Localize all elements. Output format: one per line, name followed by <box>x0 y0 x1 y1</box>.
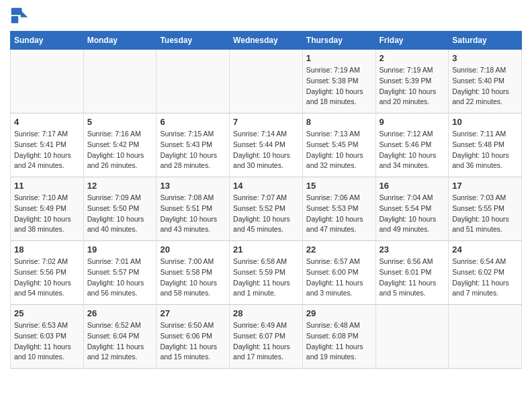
day-number: 27 <box>160 308 226 318</box>
day-info: Sunrise: 7:14 AM Sunset: 5:44 PM Dayligh… <box>233 129 299 171</box>
day-info: Sunrise: 7:07 AM Sunset: 5:52 PM Dayligh… <box>233 193 299 235</box>
day-info: Sunrise: 7:00 AM Sunset: 5:58 PM Dayligh… <box>160 257 226 299</box>
calendar-cell: 25Sunrise: 6:53 AM Sunset: 6:03 PM Dayli… <box>11 305 84 369</box>
day-number: 2 <box>380 53 445 63</box>
day-number: 9 <box>380 117 445 127</box>
calendar-week-row: 18Sunrise: 7:02 AM Sunset: 5:56 PM Dayli… <box>11 241 522 305</box>
calendar-cell: 11Sunrise: 7:10 AM Sunset: 5:49 PM Dayli… <box>11 177 84 241</box>
day-info: Sunrise: 7:10 AM Sunset: 5:49 PM Dayligh… <box>14 193 80 235</box>
day-info: Sunrise: 6:54 AM Sunset: 6:02 PM Dayligh… <box>452 257 518 299</box>
day-info: Sunrise: 7:11 AM Sunset: 5:48 PM Dayligh… <box>452 129 518 171</box>
day-number: 24 <box>452 244 518 255</box>
calendar-table: SundayMondayTuesdayWednesdayThursdayFrid… <box>10 31 522 369</box>
calendar-cell: 29Sunrise: 6:48 AM Sunset: 6:08 PM Dayli… <box>302 305 375 369</box>
day-info: Sunrise: 6:50 AM Sunset: 6:06 PM Dayligh… <box>160 320 226 363</box>
calendar-cell: 26Sunrise: 6:52 AM Sunset: 6:04 PM Dayli… <box>83 305 157 369</box>
day-number: 6 <box>160 117 226 127</box>
weekday-header-friday: Friday <box>375 32 449 50</box>
calendar-week-row: 4Sunrise: 7:17 AM Sunset: 5:41 PM Daylig… <box>11 113 522 177</box>
day-info: Sunrise: 7:02 AM Sunset: 5:56 PM Dayligh… <box>14 257 80 299</box>
calendar-week-row: 25Sunrise: 6:53 AM Sunset: 6:03 PM Dayli… <box>11 305 522 369</box>
day-number: 20 <box>160 244 226 255</box>
day-number: 28 <box>233 308 299 318</box>
calendar-cell: 19Sunrise: 7:01 AM Sunset: 5:57 PM Dayli… <box>83 241 157 305</box>
calendar-cell: 15Sunrise: 7:06 AM Sunset: 5:53 PM Dayli… <box>302 177 375 241</box>
calendar-cell: 27Sunrise: 6:50 AM Sunset: 6:06 PM Dayli… <box>157 305 230 369</box>
day-info: Sunrise: 7:17 AM Sunset: 5:41 PM Dayligh… <box>14 129 80 171</box>
day-info: Sunrise: 6:49 AM Sunset: 6:07 PM Dayligh… <box>233 320 299 363</box>
calendar-cell: 18Sunrise: 7:02 AM Sunset: 5:56 PM Dayli… <box>11 241 84 305</box>
day-info: Sunrise: 6:53 AM Sunset: 6:03 PM Dayligh… <box>14 320 80 363</box>
weekday-header-tuesday: Tuesday <box>157 32 230 50</box>
calendar-cell: 24Sunrise: 6:54 AM Sunset: 6:02 PM Dayli… <box>449 241 522 305</box>
day-number: 21 <box>233 244 299 255</box>
calendar-cell: 13Sunrise: 7:08 AM Sunset: 5:51 PM Dayli… <box>157 177 230 241</box>
calendar-cell: 23Sunrise: 6:56 AM Sunset: 6:01 PM Dayli… <box>375 241 449 305</box>
day-info: Sunrise: 7:18 AM Sunset: 5:40 PM Dayligh… <box>452 65 518 107</box>
calendar-header-row: SundayMondayTuesdayWednesdayThursdayFrid… <box>11 32 522 50</box>
weekday-header-sunday: Sunday <box>11 32 84 50</box>
day-number: 18 <box>14 244 80 255</box>
day-number: 17 <box>452 181 518 191</box>
day-info: Sunrise: 7:04 AM Sunset: 5:54 PM Dayligh… <box>380 193 445 235</box>
calendar-cell: 9Sunrise: 7:12 AM Sunset: 5:46 PM Daylig… <box>375 113 449 177</box>
day-number: 3 <box>452 53 518 63</box>
svg-rect-2 <box>11 8 22 15</box>
day-info: Sunrise: 7:13 AM Sunset: 5:45 PM Dayligh… <box>306 129 372 171</box>
day-number: 8 <box>306 117 372 127</box>
day-number: 13 <box>160 181 226 191</box>
day-number: 14 <box>233 181 299 191</box>
weekday-header-saturday: Saturday <box>449 32 522 50</box>
day-info: Sunrise: 7:19 AM Sunset: 5:39 PM Dayligh… <box>380 65 445 107</box>
day-number: 1 <box>306 53 372 63</box>
day-info: Sunrise: 7:09 AM Sunset: 5:50 PM Dayligh… <box>87 193 153 235</box>
day-number: 10 <box>452 117 518 127</box>
weekday-header-thursday: Thursday <box>302 32 375 50</box>
calendar-week-row: 1Sunrise: 7:19 AM Sunset: 5:38 PM Daylig… <box>11 50 522 113</box>
day-info: Sunrise: 7:12 AM Sunset: 5:46 PM Dayligh… <box>380 129 445 171</box>
calendar-cell: 5Sunrise: 7:16 AM Sunset: 5:42 PM Daylig… <box>83 113 157 177</box>
calendar-cell <box>449 305 522 369</box>
day-number: 26 <box>87 308 153 318</box>
calendar-cell: 7Sunrise: 7:14 AM Sunset: 5:44 PM Daylig… <box>230 113 303 177</box>
day-number: 22 <box>306 244 372 255</box>
day-number: 25 <box>14 308 80 318</box>
day-info: Sunrise: 7:03 AM Sunset: 5:55 PM Dayligh… <box>452 193 518 235</box>
calendar-cell: 28Sunrise: 6:49 AM Sunset: 6:07 PM Dayli… <box>230 305 303 369</box>
logo-icon <box>10 7 29 26</box>
calendar-cell: 14Sunrise: 7:07 AM Sunset: 5:52 PM Dayli… <box>230 177 303 241</box>
calendar-cell <box>230 50 303 113</box>
day-number: 15 <box>306 181 372 191</box>
logo <box>10 7 32 26</box>
day-number: 12 <box>87 181 153 191</box>
calendar-cell: 4Sunrise: 7:17 AM Sunset: 5:41 PM Daylig… <box>11 113 84 177</box>
calendar-cell <box>157 50 230 113</box>
calendar-cell: 2Sunrise: 7:19 AM Sunset: 5:39 PM Daylig… <box>375 50 449 113</box>
day-number: 11 <box>14 181 80 191</box>
calendar-cell <box>375 305 449 369</box>
calendar-cell: 16Sunrise: 7:04 AM Sunset: 5:54 PM Dayli… <box>375 177 449 241</box>
svg-rect-3 <box>11 16 19 24</box>
day-info: Sunrise: 7:08 AM Sunset: 5:51 PM Dayligh… <box>160 193 226 235</box>
day-info: Sunrise: 7:15 AM Sunset: 5:43 PM Dayligh… <box>160 129 226 171</box>
day-info: Sunrise: 7:01 AM Sunset: 5:57 PM Dayligh… <box>87 257 153 299</box>
day-number: 16 <box>380 181 445 191</box>
calendar-cell: 20Sunrise: 7:00 AM Sunset: 5:58 PM Dayli… <box>157 241 230 305</box>
calendar-cell: 22Sunrise: 6:57 AM Sunset: 6:00 PM Dayli… <box>302 241 375 305</box>
day-number: 7 <box>233 117 299 127</box>
day-number: 4 <box>14 117 80 127</box>
day-info: Sunrise: 6:56 AM Sunset: 6:01 PM Dayligh… <box>380 257 445 299</box>
day-info: Sunrise: 6:58 AM Sunset: 5:59 PM Dayligh… <box>233 257 299 299</box>
day-number: 5 <box>87 117 153 127</box>
day-info: Sunrise: 6:57 AM Sunset: 6:00 PM Dayligh… <box>306 257 372 299</box>
day-info: Sunrise: 6:52 AM Sunset: 6:04 PM Dayligh… <box>87 320 153 363</box>
calendar-cell: 3Sunrise: 7:18 AM Sunset: 5:40 PM Daylig… <box>449 50 522 113</box>
weekday-header-monday: Monday <box>83 32 157 50</box>
calendar-cell: 12Sunrise: 7:09 AM Sunset: 5:50 PM Dayli… <box>83 177 157 241</box>
day-info: Sunrise: 7:06 AM Sunset: 5:53 PM Dayligh… <box>306 193 372 235</box>
day-info: Sunrise: 6:48 AM Sunset: 6:08 PM Dayligh… <box>306 320 372 363</box>
calendar-cell <box>11 50 84 113</box>
calendar-cell: 6Sunrise: 7:15 AM Sunset: 5:43 PM Daylig… <box>157 113 230 177</box>
day-info: Sunrise: 7:19 AM Sunset: 5:38 PM Dayligh… <box>306 65 372 107</box>
header <box>10 7 522 26</box>
